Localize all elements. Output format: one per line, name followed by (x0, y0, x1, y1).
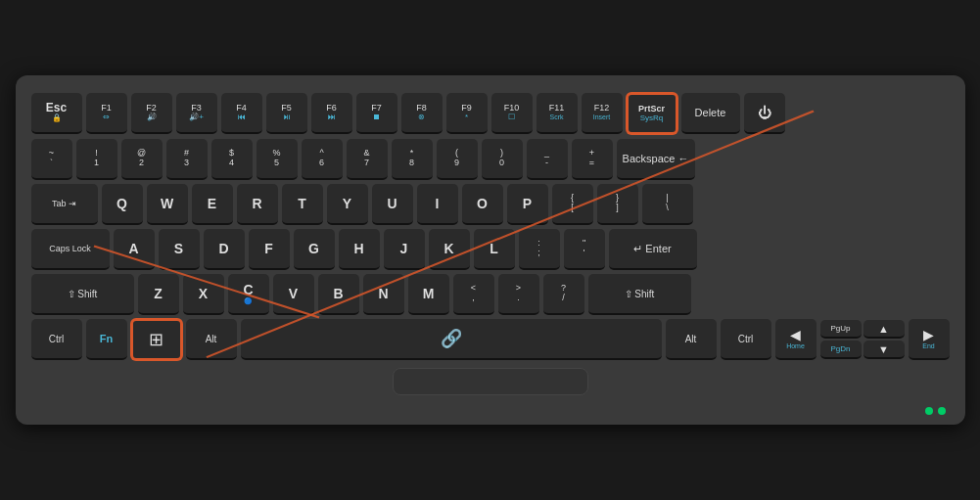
key-f11[interactable]: F11 Scrk (537, 93, 578, 134)
key-9[interactable]: ( 9 (437, 139, 478, 180)
key-arrow-right[interactable]: ▶ End (909, 319, 950, 360)
key-prtscr[interactable]: PrtScr SysRq (627, 93, 677, 134)
key-s[interactable]: S (159, 229, 200, 270)
key-f1[interactable]: F1 ⇔ (86, 93, 127, 134)
key-win[interactable]: ⊞ (131, 319, 182, 360)
key-pgdn[interactable]: PgDn (820, 341, 862, 359)
key-f8[interactable]: F8 ⊗ (401, 93, 443, 134)
key-f10[interactable]: F10 ☐ (491, 93, 533, 134)
key-pgup[interactable]: PgUp (820, 320, 862, 339)
key-d[interactable]: D (204, 229, 245, 270)
indicator-dots (925, 407, 946, 415)
key-5[interactable]: % 5 (257, 139, 298, 180)
key-g[interactable]: G (294, 229, 335, 270)
key-f4[interactable]: F4 ⏮ (221, 93, 262, 134)
key-f9[interactable]: F9 * (446, 93, 488, 134)
key-enter[interactable]: ↵ Enter (609, 229, 697, 270)
key-8[interactable]: * 8 (392, 139, 433, 180)
fn-key-row: Esc 🔒 F1 ⇔ F2 🔊 F3 🔊+ F4 ⏮ F5 ⏯ F6 ⏭ F7 (31, 93, 950, 134)
bottom-key-row: Ctrl Fn ⊞ Alt 🔗 Alt Ctrl ◀ Home PgU (31, 319, 950, 360)
key-f[interactable]: F (249, 229, 290, 270)
key-delete[interactable]: Delete (681, 93, 740, 134)
home-key-row: Caps Lock A S D F G H J K L : ; " ' ↵ En… (31, 229, 950, 270)
key-alt-right[interactable]: Alt (666, 319, 717, 360)
key-b[interactable]: B (318, 274, 359, 315)
key-q[interactable]: Q (102, 184, 143, 225)
key-ctrl-right[interactable]: Ctrl (721, 319, 771, 360)
shift-key-row: ⇧ Shift Z X C 🔵 V B N M < , > . ? / ⇧ Sh… (31, 274, 950, 315)
key-e[interactable]: E (192, 184, 233, 225)
key-o[interactable]: O (462, 184, 503, 225)
key-shift-right[interactable]: ⇧ Shift (588, 274, 691, 315)
key-esc[interactable]: Esc 🔒 (31, 93, 82, 134)
indicator-dot-1 (925, 407, 933, 415)
key-k[interactable]: K (429, 229, 470, 270)
key-f2[interactable]: F2 🔊 (131, 93, 172, 134)
key-3[interactable]: # 3 (166, 139, 208, 180)
key-1[interactable]: ! 1 (76, 139, 117, 180)
key-backspace[interactable]: Backspace ← (617, 139, 695, 180)
touchpad[interactable] (393, 368, 588, 395)
key-6[interactable]: ^ 6 (302, 139, 343, 180)
key-f7[interactable]: F7 ⏹ (356, 93, 397, 134)
key-shift-left[interactable]: ⇧ Shift (31, 274, 134, 315)
key-2[interactable]: @ 2 (121, 139, 163, 180)
key-w[interactable]: W (147, 184, 188, 225)
key-n[interactable]: N (363, 274, 404, 315)
key-0[interactable]: ) 0 (482, 139, 523, 180)
indicator-dot-2 (938, 407, 946, 415)
key-f6[interactable]: F6 ⏭ (311, 93, 352, 134)
key-tab[interactable]: Tab ⇥ (31, 184, 98, 225)
key-equals[interactable]: + = (572, 139, 613, 180)
key-backslash[interactable]: | \ (642, 184, 693, 225)
key-arrow-up[interactable]: ▲ (863, 320, 905, 339)
key-a[interactable]: A (114, 229, 155, 270)
key-v[interactable]: V (273, 274, 314, 315)
key-h[interactable]: H (339, 229, 380, 270)
key-semicolon[interactable]: : ; (519, 229, 560, 270)
key-alt-left[interactable]: Alt (186, 319, 237, 360)
key-quote[interactable]: " ' (564, 229, 605, 270)
key-t[interactable]: T (282, 184, 323, 225)
key-f12[interactable]: F12 Insert (582, 93, 623, 134)
key-slash[interactable]: ? / (543, 274, 584, 315)
arrow-pgupdn-cluster: PgUp ▲ PgDn ▼ (820, 320, 905, 359)
key-lbracket[interactable]: { [ (552, 184, 593, 225)
key-7[interactable]: & 7 (347, 139, 388, 180)
key-fn[interactable]: Fn (86, 319, 127, 360)
key-u[interactable]: U (372, 184, 413, 225)
qwerty-key-row: Tab ⇥ Q W E R T Y U I O P { [ } ] | \ (31, 184, 950, 225)
key-c[interactable]: C 🔵 (228, 274, 269, 315)
key-power[interactable]: ⏻ (744, 93, 785, 134)
key-r[interactable]: R (237, 184, 278, 225)
number-key-row: ~ ` ! 1 @ 2 # 3 $ 4 % 5 ^ 6 & 7 (31, 139, 950, 180)
key-ctrl-left[interactable]: Ctrl (31, 319, 82, 360)
key-f3[interactable]: F3 🔊+ (176, 93, 217, 134)
key-comma[interactable]: < , (453, 274, 494, 315)
key-space[interactable]: 🔗 (241, 319, 662, 360)
key-y[interactable]: Y (327, 184, 368, 225)
keyboard-container: Esc 🔒 F1 ⇔ F2 🔊 F3 🔊+ F4 ⏮ F5 ⏯ F6 ⏭ F7 (16, 75, 965, 425)
key-l[interactable]: L (474, 229, 515, 270)
key-capslock[interactable]: Caps Lock (31, 229, 110, 270)
key-f5[interactable]: F5 ⏯ (266, 93, 307, 134)
key-rbracket[interactable]: } ] (597, 184, 638, 225)
key-p[interactable]: P (507, 184, 548, 225)
key-minus[interactable]: _ - (527, 139, 568, 180)
key-m[interactable]: M (408, 274, 449, 315)
key-x[interactable]: X (183, 274, 224, 315)
key-arrow-left[interactable]: ◀ Home (775, 319, 817, 360)
key-period[interactable]: > . (498, 274, 539, 315)
key-arrow-down[interactable]: ▼ (863, 341, 905, 359)
key-i[interactable]: I (417, 184, 458, 225)
key-z[interactable]: Z (138, 274, 179, 315)
key-backtick[interactable]: ~ ` (31, 139, 72, 180)
key-j[interactable]: J (384, 229, 425, 270)
key-4[interactable]: $ 4 (211, 139, 253, 180)
